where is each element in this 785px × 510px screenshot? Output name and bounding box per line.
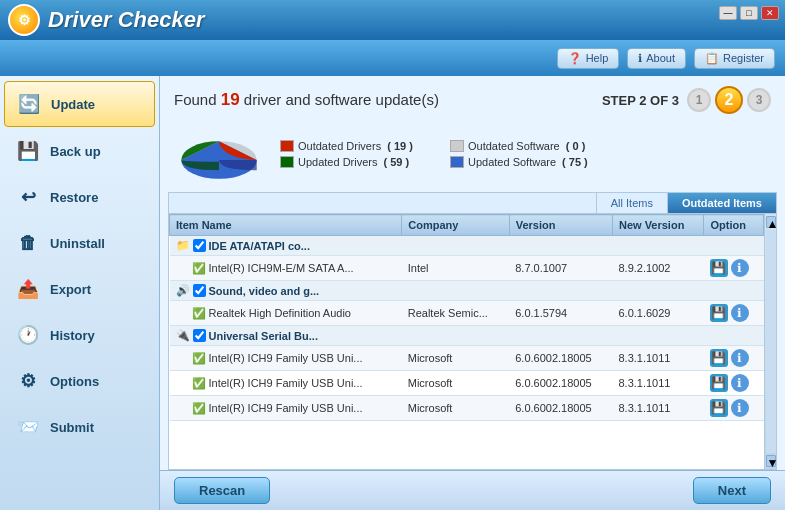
group-checkbox[interactable] xyxy=(193,284,206,297)
item-company: Realtek Semic... xyxy=(402,301,509,326)
step-3: 3 xyxy=(747,88,771,112)
title-bar: ⚙ Driver Checker — □ ✕ xyxy=(0,0,785,40)
scrollbar[interactable]: ▲ ▼ xyxy=(764,214,776,469)
item-label: Intel(R) ICH9 Family USB Uni... xyxy=(209,377,363,389)
col-version: Version xyxy=(509,215,612,236)
group-row: 🔌 Universal Serial Bu... xyxy=(170,326,764,346)
group-name: 🔌 Universal Serial Bu... xyxy=(170,326,764,346)
col-company: Company xyxy=(402,215,509,236)
item-new-version: 8.9.2.1002 xyxy=(612,256,704,281)
sidebar-label-options: Options xyxy=(50,374,99,389)
sidebar-label-submit: Submit xyxy=(50,420,94,435)
legend-updated-drivers: Updated Drivers ( 59 ) xyxy=(280,156,430,168)
sidebar-item-backup[interactable]: 💾 Back up xyxy=(4,129,155,173)
save-button[interactable]: 💾 xyxy=(710,399,728,417)
sidebar-item-export[interactable]: 📤 Export xyxy=(4,267,155,311)
updated-drivers-count: ( 59 ) xyxy=(383,156,409,168)
item-name: ✅ Intel(R) ICH9M-E/M SATA A... xyxy=(170,256,402,281)
outdated-software-color xyxy=(450,140,464,152)
item-new-version: 8.3.1.1011 xyxy=(612,396,704,421)
col-option: Option xyxy=(704,215,764,236)
save-button[interactable]: 💾 xyxy=(710,374,728,392)
about-label: About xyxy=(646,52,675,64)
info-button[interactable]: ℹ xyxy=(731,259,749,277)
info-button[interactable]: ℹ xyxy=(731,399,749,417)
sidebar-item-history[interactable]: 🕐 History xyxy=(4,313,155,357)
check-icon: ✅ xyxy=(192,352,206,365)
item-company: Intel xyxy=(402,256,509,281)
save-button[interactable]: 💾 xyxy=(710,349,728,367)
item-label: Intel(R) ICH9 Family USB Uni... xyxy=(209,352,363,364)
help-button[interactable]: ❓ Help xyxy=(557,48,620,69)
sidebar-item-update[interactable]: 🔄 Update xyxy=(4,81,155,127)
sidebar-label-history: History xyxy=(50,328,95,343)
col-new-version: New Version xyxy=(612,215,704,236)
item-option: 💾 ℹ xyxy=(704,301,764,326)
scroll-down[interactable]: ▼ xyxy=(766,455,776,467)
save-button[interactable]: 💾 xyxy=(710,259,728,277)
updated-software-label: Updated Software xyxy=(468,156,556,168)
tab-outdated-items[interactable]: Outdated Items xyxy=(667,193,776,213)
scroll-track xyxy=(766,230,776,453)
uninstall-icon: 🗑 xyxy=(14,229,42,257)
top-nav: ❓ Help ℹ About 📋 Register xyxy=(0,40,785,76)
next-button[interactable]: Next xyxy=(693,477,771,504)
app-title: Driver Checker xyxy=(48,7,205,33)
item-option: 💾 ℹ xyxy=(704,396,764,421)
rescan-button[interactable]: Rescan xyxy=(174,477,270,504)
bottom-bar: Rescan Next xyxy=(160,470,785,510)
group-checkbox[interactable] xyxy=(193,329,206,342)
chart-area: Outdated Drivers ( 19 ) Outdated Softwar… xyxy=(160,120,785,192)
info-button[interactable]: ℹ xyxy=(731,374,749,392)
about-icon: ℹ xyxy=(638,52,642,65)
item-version: 6.0.1.5794 xyxy=(509,301,612,326)
sidebar-label-backup: Back up xyxy=(50,144,101,159)
legend-updated-software: Updated Software ( 75 ) xyxy=(450,156,600,168)
item-company: Microsoft xyxy=(402,346,509,371)
table-row: ✅ Intel(R) ICH9 Family USB Uni... Micros… xyxy=(170,396,764,421)
save-button[interactable]: 💾 xyxy=(710,304,728,322)
sound-icon: 🔊 xyxy=(176,284,190,297)
group-name: 📁 IDE ATA/ATAPI co... xyxy=(170,236,764,256)
sidebar-item-uninstall[interactable]: 🗑 Uninstall xyxy=(4,221,155,265)
item-option: 💾 ℹ xyxy=(704,346,764,371)
sidebar-label-update: Update xyxy=(51,97,95,112)
outdated-drivers-color xyxy=(280,140,294,152)
maximize-button[interactable]: □ xyxy=(740,6,758,20)
help-icon: ❓ xyxy=(568,52,582,65)
group-row: 🔊 Sound, video and g... xyxy=(170,281,764,301)
found-suffix: driver and software update(s) xyxy=(244,91,439,108)
item-new-version: 8.3.1.1011 xyxy=(612,371,704,396)
about-button[interactable]: ℹ About xyxy=(627,48,686,69)
sidebar-item-options[interactable]: ⚙ Options xyxy=(4,359,155,403)
pie-chart xyxy=(174,124,264,184)
restore-icon: ↩ xyxy=(14,183,42,211)
item-name: ✅ Intel(R) ICH9 Family USB Uni... xyxy=(170,346,402,371)
table-wrapper: Item Name Company Version New Version Op… xyxy=(169,214,776,469)
sidebar-item-restore[interactable]: ↩ Restore xyxy=(4,175,155,219)
sidebar-item-submit[interactable]: 📨 Submit xyxy=(4,405,155,449)
close-button[interactable]: ✕ xyxy=(761,6,779,20)
register-button[interactable]: 📋 Register xyxy=(694,48,775,69)
info-button[interactable]: ℹ xyxy=(731,349,749,367)
found-text: Found 19 driver and software update(s) xyxy=(174,90,439,110)
item-label: Intel(R) ICH9 Family USB Uni... xyxy=(209,402,363,414)
item-version: 6.0.6002.18005 xyxy=(509,371,612,396)
sidebar-label-export: Export xyxy=(50,282,91,297)
export-icon: 📤 xyxy=(14,275,42,303)
table-scroll[interactable]: Item Name Company Version New Version Op… xyxy=(169,214,764,469)
group-checkbox[interactable] xyxy=(193,239,206,252)
item-label: Intel(R) ICH9M-E/M SATA A... xyxy=(209,262,354,274)
scroll-up[interactable]: ▲ xyxy=(766,216,776,228)
outdated-software-count: ( 0 ) xyxy=(566,140,586,152)
step-1: 1 xyxy=(687,88,711,112)
minimize-button[interactable]: — xyxy=(719,6,737,20)
driver-table: Item Name Company Version New Version Op… xyxy=(169,214,764,421)
filter-tabs: All Items Outdated Items xyxy=(169,193,776,214)
table-row: ✅ Realtek High Definition Audio Realtek … xyxy=(170,301,764,326)
check-icon: ✅ xyxy=(192,262,206,275)
item-version: 8.7.0.1007 xyxy=(509,256,612,281)
table-header: Item Name Company Version New Version Op… xyxy=(170,215,764,236)
info-button[interactable]: ℹ xyxy=(731,304,749,322)
tab-all-items[interactable]: All Items xyxy=(596,193,667,213)
